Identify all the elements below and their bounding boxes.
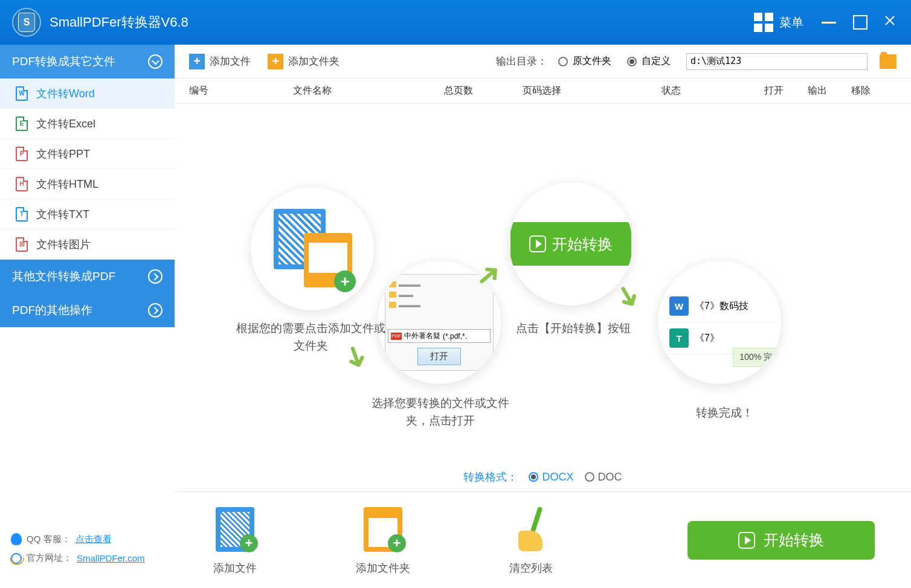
menu-label: 菜单 (779, 14, 803, 31)
button-label: 添加文件夹 (288, 54, 340, 68)
col-status: 状态 (662, 85, 764, 97)
guide-step1-circle: + (251, 187, 374, 310)
toolbar: + 添加文件 + 添加文件夹 输出目录： 原文件夹 自定义 (175, 45, 911, 78)
sidebar-item-label: 文件转TXT (36, 207, 89, 222)
excel-file-icon: E (16, 117, 28, 131)
sidebar-item-excel[interactable]: E 文件转Excel (0, 109, 175, 139)
sidebar-section-pdf-other-ops[interactable]: PDF的其他操作 (0, 293, 175, 327)
official-site-link[interactable]: SmallPDFer.com (77, 553, 145, 563)
add-file-button[interactable]: + 添加文件 (189, 54, 251, 69)
qq-support-link[interactable]: 点击查看 (76, 534, 112, 545)
plus-icon: + (189, 54, 205, 69)
chevron-right-icon (148, 303, 163, 318)
image-file-icon: ☒ (16, 237, 28, 252)
output-path-input[interactable] (686, 53, 868, 70)
radio-icon (627, 57, 637, 66)
window-controls (822, 15, 899, 30)
chevron-right-icon (148, 269, 163, 284)
radio-label: DOC (598, 471, 622, 484)
col-remove: 移除 (851, 85, 871, 97)
sidebar-item-label: 文件转HTML (36, 177, 98, 191)
button-label: 开始转换 (764, 530, 824, 550)
section-label: PDF转换成其它文件 (12, 54, 115, 69)
format-selector: 转换格式： DOCX DOC (175, 470, 911, 484)
guide-caption-3: 点击【开始转换】按钮 (501, 320, 646, 337)
bottom-add-folder-button[interactable]: + 添加文件夹 (356, 505, 410, 575)
radio-original-folder[interactable]: 原文件夹 (558, 55, 611, 68)
file-table-header: 编号 文件名称 总页数 页码选择 状态 打开 输出 移除 (175, 78, 911, 104)
guide-step3-circle: 开始转换 (509, 182, 633, 305)
play-icon (529, 235, 546, 252)
section-label: PDF的其他操作 (12, 302, 92, 318)
radio-custom-folder[interactable]: 自定义 (627, 55, 671, 68)
section-label: 其他文件转换成PDF (12, 269, 115, 284)
sidebar-item-word[interactable]: W 文件转Word (0, 78, 175, 109)
radio-label: 自定义 (642, 55, 671, 68)
mock-start-label: 开始转换 (552, 234, 613, 254)
word-icon: W (669, 296, 689, 316)
guide-caption-2: 选择您要转换的文件或文件夹，点击打开 (368, 395, 513, 429)
bottom-bar: + 添加文件 + 添加文件夹 清空列表 开始转换 (175, 491, 911, 588)
maximize-button[interactable] (853, 15, 868, 30)
plus-icon: + (388, 534, 406, 552)
bottom-add-file-button[interactable]: + 添加文件 (211, 505, 259, 575)
col-open: 打开 (764, 85, 808, 97)
guide-step4-circle: W《7》数码技 T《7》 100% 完成 (658, 261, 781, 384)
grid-icon (754, 13, 773, 32)
html-file-icon: H (16, 177, 28, 191)
ppt-file-icon: P (16, 147, 28, 161)
play-icon (738, 532, 755, 549)
result-filename: 《7》数码技 (695, 300, 748, 313)
ie-icon (11, 553, 22, 564)
main-content: + 添加文件 + 添加文件夹 输出目录： 原文件夹 自定义 编号 文件名称 (175, 45, 911, 588)
sidebar-item-label: 文件转PPT (36, 147, 90, 161)
word-file-icon: W (16, 86, 28, 101)
pdf-badge-icon: PDF (391, 333, 402, 340)
sidebar-footer: QQ 客服： 点击查看 官方网址： SmallPDFer.com (0, 526, 175, 588)
radio-label: DOCX (542, 471, 573, 484)
broom-icon (510, 505, 552, 554)
sidebar-section-other-to-pdf[interactable]: 其他文件转换成PDF (0, 260, 175, 293)
sidebar-item-html[interactable]: H 文件转HTML (0, 169, 175, 199)
button-label: 添加文件 (210, 54, 251, 68)
app-title: SmallPDFer转换器V6.8 (50, 13, 754, 31)
sidebar-item-ppt[interactable]: P 文件转PPT (0, 139, 175, 169)
sidebar-item-label: 文件转Excel (36, 117, 95, 131)
txt-icon: T (669, 328, 689, 348)
radio-icon (529, 472, 538, 482)
site-label: 官方网址： (27, 552, 72, 564)
add-folder-button[interactable]: + 添加文件夹 (268, 54, 340, 69)
sidebar-item-txt[interactable]: T 文件转TXT (0, 199, 175, 229)
title-bar: S SmallPDFer转换器V6.8 菜单 (0, 0, 911, 45)
browse-folder-button[interactable] (880, 54, 897, 69)
output-dir-label: 输出目录： (496, 54, 547, 68)
menu-button[interactable]: 菜单 (754, 13, 803, 32)
plus-icon: + (334, 270, 356, 292)
start-convert-button[interactable]: 开始转换 (687, 521, 875, 560)
col-filename: 文件名称 (293, 85, 444, 97)
guide-caption-4: 转换完成！ (670, 404, 779, 422)
bottom-clear-list-button[interactable]: 清空列表 (507, 505, 555, 575)
button-label: 添加文件夹 (356, 561, 410, 575)
sidebar-item-label: 文件转图片 (36, 237, 91, 252)
plus-icon: + (268, 54, 283, 69)
radio-label: 原文件夹 (573, 55, 611, 68)
format-radio-docx[interactable]: DOCX (529, 471, 573, 484)
minimize-button[interactable] (822, 15, 836, 30)
plus-icon: + (240, 534, 258, 552)
qq-icon (11, 533, 22, 545)
mock-filter: (*.pdf,*. (443, 332, 467, 340)
sidebar-section-pdf-to-other[interactable]: PDF转换成其它文件 (0, 45, 175, 78)
complete-badge: 100% 完成 (733, 348, 781, 367)
close-button[interactable] (884, 15, 899, 30)
radio-icon (585, 472, 594, 482)
sidebar-item-label: 文件转Word (36, 86, 95, 101)
result-filename: 《7》 (695, 332, 719, 345)
format-radio-doc[interactable]: DOC (585, 471, 622, 484)
button-label: 添加文件 (213, 561, 257, 575)
col-pages: 总页数 (444, 85, 523, 97)
mock-open-button: 打开 (417, 348, 461, 365)
sidebar-item-image[interactable]: ☒ 文件转图片 (0, 229, 175, 260)
chevron-down-icon (148, 54, 163, 69)
col-number: 编号 (189, 85, 293, 97)
